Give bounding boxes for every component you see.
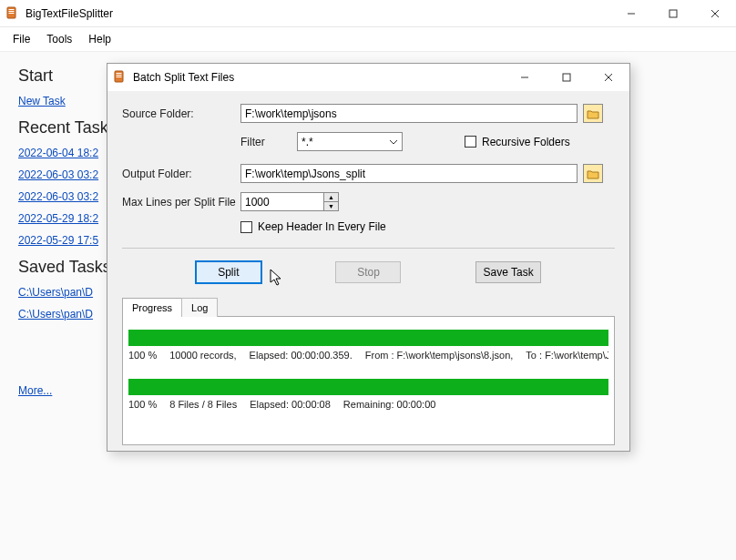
menubar: File Tools Help — [0, 27, 736, 52]
close-button[interactable] — [694, 0, 736, 27]
dialog-title: Batch Split Text Files — [133, 71, 234, 84]
dialog-minimize-button[interactable] — [504, 64, 546, 91]
app-title: BigTextFileSplitter — [26, 7, 113, 20]
batch-split-dialog: Batch Split Text Files Source Folder: Fi… — [107, 63, 630, 452]
dialog-maximize-button[interactable] — [546, 64, 588, 91]
svg-rect-5 — [670, 10, 677, 17]
divider — [122, 248, 615, 249]
file-progress-text: 100 % 10000 records, Elapsed: 00:00:00.3… — [128, 350, 608, 361]
recent-item[interactable]: 2022-06-03 03:2 — [18, 190, 98, 203]
main-titlebar: BigTextFileSplitter — [0, 0, 736, 27]
keep-header-label: Keep Header In Every File — [258, 220, 386, 233]
file-progress-bar — [128, 330, 608, 346]
total-progress-files: 8 Files / 8 Files — [169, 399, 237, 410]
maximize-button[interactable] — [652, 0, 694, 27]
folder-icon — [587, 168, 599, 179]
maxlines-input[interactable] — [241, 193, 323, 210]
minimize-button[interactable] — [610, 0, 652, 27]
file-progress-from: From : F:\work\temp\jsons\8.json, — [365, 350, 514, 361]
new-task-link[interactable]: New Task — [18, 95, 66, 107]
dialog-close-button[interactable] — [588, 64, 629, 91]
saved-item[interactable]: C:\Users\pan\D — [18, 286, 93, 299]
total-progress-elapsed: Elapsed: 00:00:08 — [250, 399, 331, 410]
file-progress-to: To : F:\work\temp\Jsons_spl — [526, 350, 608, 361]
maxlines-label: Max Lines per Split File — [122, 196, 240, 209]
svg-rect-1 — [9, 9, 15, 10]
progress-panel: 100 % 10000 records, Elapsed: 00:00:00.3… — [122, 316, 615, 445]
recent-item[interactable]: 2022-05-29 18:2 — [18, 212, 98, 225]
file-progress-block: 100 % 10000 records, Elapsed: 00:00:00.3… — [128, 330, 608, 361]
recent-item[interactable]: 2022-06-04 18:2 — [18, 147, 98, 159]
output-folder-row: Output Folder: — [122, 164, 615, 183]
svg-rect-3 — [9, 13, 15, 14]
source-folder-row: Source Folder: — [122, 104, 615, 123]
cursor-icon — [270, 269, 284, 287]
window-controls — [610, 0, 736, 27]
stop-button[interactable]: Stop — [335, 261, 401, 283]
total-progress-text: 100 % 8 Files / 8 Files Elapsed: 00:00:0… — [128, 399, 608, 410]
browse-output-button[interactable] — [583, 164, 603, 183]
recursive-checkbox-row[interactable]: Recursive Folders — [465, 136, 570, 148]
split-button[interactable]: Split — [196, 261, 261, 283]
file-progress-elapsed: Elapsed: 00:00:00.359. — [250, 350, 353, 361]
svg-rect-9 — [117, 73, 122, 74]
dialog-titlebar[interactable]: Batch Split Text Files — [107, 64, 629, 91]
recursive-label: Recursive Folders — [482, 136, 570, 148]
maxlines-spinner[interactable]: ▲ ▼ — [240, 192, 339, 211]
filter-row: Filter *.* Recursive Folders — [240, 132, 615, 151]
svg-rect-13 — [563, 74, 570, 81]
keep-header-row[interactable]: Keep Header In Every File — [240, 220, 615, 233]
svg-rect-2 — [9, 11, 15, 12]
spinner-buttons: ▲ ▼ — [323, 193, 338, 210]
saved-item[interactable]: C:\Users\pan\D — [18, 308, 93, 321]
browse-source-button[interactable] — [583, 104, 603, 123]
button-row: Split Stop Save Task — [122, 261, 615, 283]
filter-label: Filter — [240, 136, 286, 148]
file-progress-records: 10000 records, — [169, 350, 236, 361]
folder-icon — [587, 108, 599, 119]
recent-item[interactable]: 2022-05-29 17:5 — [18, 234, 98, 247]
app-icon — [5, 6, 20, 21]
filter-combobox[interactable]: *.* — [297, 132, 403, 151]
more-link[interactable]: More... — [18, 384, 52, 397]
output-folder-input[interactable] — [240, 164, 578, 183]
svg-rect-11 — [117, 76, 122, 77]
source-folder-label: Source Folder: — [122, 107, 240, 120]
recent-item[interactable]: 2022-06-03 03:2 — [18, 168, 98, 181]
total-progress-block: 100 % 8 Files / 8 Files Elapsed: 00:00:0… — [128, 379, 608, 410]
total-progress-percent: 100 % — [128, 399, 157, 410]
maxlines-row: Max Lines per Split File ▲ ▼ — [122, 192, 615, 211]
dialog-window-controls — [504, 64, 629, 91]
chevron-down-icon — [389, 139, 398, 145]
file-progress-percent: 100 % — [128, 350, 157, 361]
source-folder-input[interactable] — [240, 104, 578, 123]
keep-header-checkbox[interactable] — [240, 221, 252, 233]
total-progress-remaining: Remaining: 00:00:00 — [343, 399, 436, 410]
tab-log[interactable]: Log — [181, 298, 218, 317]
tab-progress[interactable]: Progress — [122, 298, 182, 317]
output-folder-label: Output Folder: — [122, 168, 240, 180]
dialog-body: Source Folder: Filter *.* Recursive Fold… — [107, 91, 629, 451]
filter-value: *.* — [302, 136, 313, 148]
svg-rect-10 — [117, 75, 122, 76]
total-progress-bar — [128, 379, 608, 395]
menu-help[interactable]: Help — [81, 29, 118, 49]
spinner-up-button[interactable]: ▲ — [324, 193, 338, 201]
menu-tools[interactable]: Tools — [39, 29, 79, 49]
dialog-icon — [113, 70, 128, 85]
spinner-down-button[interactable]: ▼ — [324, 201, 338, 210]
recursive-checkbox[interactable] — [465, 136, 476, 148]
tabs: Progress Log — [122, 298, 615, 317]
save-task-button[interactable]: Save Task — [475, 261, 541, 283]
menu-file[interactable]: File — [5, 29, 37, 49]
